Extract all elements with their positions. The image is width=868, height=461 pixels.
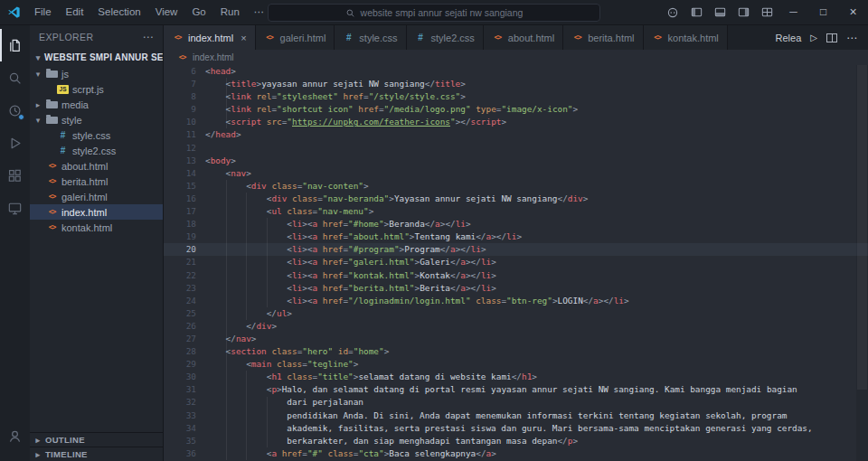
layout-sidebar-left-icon[interactable]	[684, 5, 708, 19]
menu-go[interactable]: Go	[184, 0, 212, 24]
line-number: 32	[164, 396, 205, 409]
code-text: <div class="nav-conten">	[205, 180, 369, 193]
code-line[interactable]: 21 <li><a href="galeri.html">Galeri</a><…	[164, 256, 868, 268]
code-line[interactable]: 29 <main class="tegline">	[164, 358, 868, 371]
code-text: dari perjalanan	[205, 396, 363, 409]
menu-run[interactable]: Run	[213, 0, 247, 24]
code-line[interactable]: 31 <p>Halo, dan selamat datang di portal…	[164, 383, 868, 396]
code-line[interactable]: 32 dari perjalanan	[164, 396, 868, 409]
clock-icon[interactable]	[0, 94, 30, 127]
code-line[interactable]: 12	[164, 142, 868, 155]
code-line[interactable]: 25 </ul>	[164, 307, 868, 320]
code-line[interactable]: 26 </div>	[164, 320, 868, 333]
tree-item-index.html[interactable]: <>index.html	[30, 204, 163, 220]
scrollbar-thumb[interactable]	[857, 65, 867, 390]
chevron-right-icon: ▸	[33, 100, 42, 109]
tab-galeri.html[interactable]: <>galeri.html	[256, 25, 335, 50]
code-editor[interactable]: 6<head>7 <title>yayasan annur sejati NW …	[164, 65, 868, 461]
code-line[interactable]: 17 <ul class="nav-menu">	[164, 205, 868, 218]
code-line[interactable]: 19 <li><a href="about.html">Tentang kami…	[164, 230, 868, 243]
tab-style.css[interactable]: #style.css	[335, 25, 406, 50]
code-line[interactable]: 35 berkarakter, dan siap menghadapi tant…	[164, 435, 868, 447]
sidebar-more-icon[interactable]: ⋯	[143, 31, 154, 43]
tree-item-berita.html[interactable]: <>berita.html	[30, 174, 163, 189]
layout-sidebar-right-icon[interactable]	[731, 5, 755, 19]
line-number: 27	[164, 333, 205, 345]
tree-item-about.html[interactable]: <>about.html	[30, 158, 163, 174]
copilot-icon[interactable]	[661, 6, 684, 19]
code-text: <li><a href="kontak.html">Kontak</a></li…	[205, 269, 496, 282]
code-line[interactable]: 18 <li><a href="#home">Beranda</a></li>	[164, 218, 868, 230]
code-line[interactable]: 8 <link rel="stylesheet" href="/style/st…	[164, 90, 868, 103]
section-outline[interactable]: ▸OUTLINE	[30, 432, 163, 447]
code-line[interactable]: 14 <nav>	[164, 167, 868, 180]
notification-badge	[18, 114, 24, 120]
more-actions-icon[interactable]: ⋯	[846, 32, 857, 44]
close-icon[interactable]: ×	[241, 33, 246, 43]
code-line[interactable]: 10 <script src="https://unpkg.com/feathe…	[164, 116, 868, 128]
code-line[interactable]: 6<head>	[164, 65, 868, 78]
code-line[interactable]: 7 <title>yayasan annur sejati NW sangian…	[164, 78, 868, 90]
code-line[interactable]: 34 akademik, fasilitas, serta prestasi s…	[164, 422, 868, 435]
line-number: 9	[164, 103, 205, 116]
file-label: scrpt.js	[72, 84, 104, 95]
tree-item-scrpt.js[interactable]: JSscrpt.js	[30, 81, 163, 97]
section-timeline[interactable]: ▸TIMELINE	[30, 447, 163, 461]
code-line[interactable]: 9 <link rel="shortcut icon" href="/media…	[164, 103, 868, 116]
code-line[interactable]: 13<body>	[164, 155, 868, 167]
extensions-icon[interactable]	[0, 159, 30, 192]
account-icon[interactable]	[0, 419, 30, 452]
code-line[interactable]: 36 <a href="#" class="cta">Baca selengka…	[164, 447, 868, 460]
folder-icon	[46, 117, 58, 124]
run-debug-icon[interactable]	[0, 127, 30, 159]
code-line[interactable]: 33 pendidikan Anda. Di sini, Anda dapat …	[164, 409, 868, 422]
close-button[interactable]: ×	[838, 0, 868, 24]
tree-item-media[interactable]: ▸media	[30, 97, 163, 112]
chevron-down-icon: ▾	[33, 53, 42, 62]
tab-about.html[interactable]: <>about.html	[484, 25, 563, 50]
layout-panel-icon[interactable]	[708, 5, 731, 19]
split-editor-icon[interactable]	[826, 33, 837, 42]
remote-explorer-icon[interactable]	[0, 192, 30, 224]
release-button[interactable]: Relea	[776, 33, 802, 43]
breadcrumb[interactable]: <> index.html	[164, 50, 868, 65]
code-line[interactable]: 30 <h1 class="title">selamat datang di w…	[164, 371, 868, 383]
tree-item-kontak.html[interactable]: <>kontak.html	[30, 220, 163, 235]
command-center-search[interactable]: website smpi annur sejati nw sangiang	[268, 4, 600, 22]
activity-bar-bottom	[0, 419, 30, 452]
code-line[interactable]: 16 <div class="nav-beranda">Yayasan annu…	[164, 193, 868, 205]
code-line[interactable]: 22 <li><a href="kontak.html">Kontak</a><…	[164, 269, 868, 282]
tab-index.html[interactable]: <>index.html×	[164, 25, 256, 50]
menu-selection[interactable]: Selection	[90, 0, 147, 24]
file-label: style	[61, 115, 82, 126]
code-line[interactable]: 28 <section class="hero" id="home">	[164, 345, 868, 358]
menu-file[interactable]: File	[27, 0, 59, 24]
tree-item-galeri.html[interactable]: <>galeri.html	[30, 189, 163, 204]
minimize-button[interactable]: ─	[778, 0, 808, 24]
tree-item-style.css[interactable]: #style.css	[30, 127, 163, 143]
code-line[interactable]: 15 <div class="nav-conten">	[164, 180, 868, 193]
code-line[interactable]: 23 <li><a href="berita.html">Berita</a><…	[164, 282, 868, 295]
tree-item-style2.css[interactable]: #style2.css	[30, 143, 163, 158]
customize-layout-icon[interactable]	[755, 5, 778, 19]
tree-item-style[interactable]: ▾style	[30, 112, 163, 127]
tab-berita.html[interactable]: <>berita.html	[563, 25, 643, 50]
menu-view[interactable]: View	[148, 0, 185, 24]
tab-kontak.html[interactable]: <>kontak.html	[644, 25, 728, 50]
explorer-icon[interactable]	[0, 29, 30, 61]
scrollbar[interactable]	[856, 65, 868, 461]
code-line[interactable]: 11</head>	[164, 128, 868, 141]
code-line[interactable]: 27 </nav>	[164, 333, 868, 345]
search-icon[interactable]	[0, 61, 30, 94]
line-number: 13	[164, 155, 205, 167]
tree-item-js[interactable]: ▾js	[30, 66, 163, 81]
root-folder[interactable]: ▾ WEBSITE SMPI ANNUR SEJATI ...	[30, 49, 163, 66]
maximize-button[interactable]: □	[808, 0, 838, 24]
line-number: 29	[164, 358, 205, 371]
run-file-icon[interactable]: ▷	[810, 33, 817, 42]
menu-edit[interactable]: Edit	[59, 0, 91, 24]
code-line[interactable]: 24 <li><a href="/loginadmin/login.html" …	[164, 295, 868, 307]
tab-style2.css[interactable]: #style2.css	[407, 25, 484, 50]
code-line[interactable]: 20 <li><a href="#program">Program</a></l…	[164, 243, 868, 256]
tab-label: kontak.html	[668, 33, 719, 43]
